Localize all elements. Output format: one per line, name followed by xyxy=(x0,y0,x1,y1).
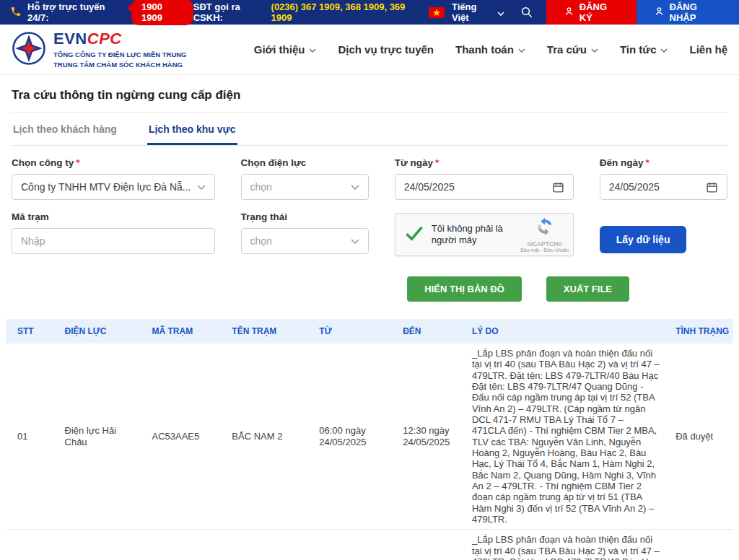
chevron-down-icon xyxy=(660,48,668,53)
table-row: 02 Điện lực Hải Châu AC53AAE1 NGUYỄN HOÀ… xyxy=(6,530,733,560)
evn-star-icon xyxy=(12,31,46,69)
tab-lich-theo-khu-vuc[interactable]: Lịch theo khu vực xyxy=(147,113,237,145)
chevron-down-icon xyxy=(351,185,359,190)
search-form: Chọn công ty* Công ty TNHH MTV Điện lực … xyxy=(12,157,727,256)
calendar-icon xyxy=(552,181,564,193)
recaptcha-brand: reCAPTCHA Bảo mật - Điều khoản xyxy=(522,217,567,253)
login-button[interactable]: ĐĂNG NHẬP xyxy=(637,0,739,25)
nav-lien-he[interactable]: Liên hệ xyxy=(689,43,727,56)
cskh-phone-numbers: SĐT gọi ra CSKH: (0236) 367 1909, 368 19… xyxy=(193,1,419,23)
cell-stt: 02 xyxy=(6,530,53,560)
user-icon xyxy=(564,6,574,19)
status-select[interactable]: chọn xyxy=(241,228,369,254)
site-header: EVNCPC TỔNG CÔNG TY ĐIỆN LỰC MIỀN TRUNG … xyxy=(0,25,739,75)
power-unit-label: Chọn điện lực xyxy=(241,157,369,168)
station-code-input[interactable] xyxy=(12,228,215,254)
tab-lich-theo-khach-hang[interactable]: Lịch theo khách hàng xyxy=(12,113,118,145)
company-select[interactable]: Công ty TNHH MTV Điện lực Đà Nẵ... xyxy=(12,174,215,200)
nav-gioi-thieu[interactable]: Giới thiệu xyxy=(254,43,317,56)
power-unit-select[interactable]: chọn xyxy=(241,174,369,200)
page-title: Tra cứu thông tin ngừng cung cấp điện xyxy=(12,75,727,113)
col-dien-luc: ĐIỆN LỰC xyxy=(53,319,141,344)
cell-tinh-trang: Đã duyệt xyxy=(664,530,733,560)
chevron-down-icon xyxy=(497,7,504,18)
company-label: Chọn công ty* xyxy=(12,157,215,168)
cell-tu: 06:00 ngày 24/05/2025 xyxy=(307,344,391,530)
cell-dien-luc: Điện lực Hải Châu xyxy=(53,530,141,560)
evncpc-logo[interactable]: EVNCPC TỔNG CÔNG TY ĐIỆN LỰC MIỀN TRUNG … xyxy=(12,30,187,70)
register-button[interactable]: ĐĂNG KÝ xyxy=(546,0,637,25)
cell-dien-luc: Điện lực Hải Châu xyxy=(53,344,141,530)
chevron-down-icon xyxy=(197,185,206,190)
language-selector[interactable]: Tiếng Việt xyxy=(452,1,504,23)
calendar-icon xyxy=(706,181,718,193)
search-icon[interactable] xyxy=(515,6,539,19)
chevron-down-icon xyxy=(518,48,525,53)
col-ten-tram: TÊN TRẠM xyxy=(220,319,307,344)
col-tu: TỪ xyxy=(307,319,391,344)
col-tinh-trang: TÌNH TRẠNG xyxy=(664,319,733,344)
cell-ly-do: _Lắp LBS phân đoạn và hoàn thiện đấu nối… xyxy=(460,344,664,530)
table-row: 01 Điện lực Hải Châu AC53AAE5 BẮC NAM 2 … xyxy=(6,344,733,530)
cell-stt: 01 xyxy=(6,344,53,530)
col-ma-tram: MÃ TRẠM xyxy=(140,319,220,344)
phone-icon xyxy=(10,6,22,19)
station-code-label: Mã trạm xyxy=(12,211,215,222)
chevron-down-icon xyxy=(591,48,598,53)
show-map-button[interactable]: HIỂN THỊ BẢN ĐỒ xyxy=(407,276,522,302)
recaptcha-widget[interactable]: Tôi không phải là người máy reCAPTCHA Bả… xyxy=(395,213,574,256)
cell-den: 12:30 ngày xyxy=(391,530,460,560)
top-utility-bar: Hỗ trợ trực tuyến 24/7: 1900 1909 SĐT gọ… xyxy=(0,0,739,25)
col-stt: STT xyxy=(6,319,53,344)
nav-tra-cuu[interactable]: Tra cứu xyxy=(547,43,598,56)
from-date-label: Từ ngày* xyxy=(395,157,574,168)
user-icon xyxy=(654,6,665,19)
vietnam-flag-icon xyxy=(429,7,445,18)
schedule-tabs: Lịch theo khách hàng Lịch theo khu vực xyxy=(12,113,727,146)
cell-ma-tram: AC53AAE1 xyxy=(140,530,220,560)
fetch-data-button[interactable]: Lấy dữ liệu xyxy=(600,226,687,253)
table-actions: HIỂN THỊ BẢN ĐỒ XUẤT FILE xyxy=(12,276,727,302)
recaptcha-logo-icon xyxy=(535,217,554,239)
to-date-label: Đến ngày* xyxy=(600,157,727,168)
cell-ma-tram: AC53AAE5 xyxy=(140,344,220,530)
outage-table: STT ĐIỆN LỰC MÃ TRẠM TÊN TRẠM TỪ ĐẾN LÝ … xyxy=(6,319,733,560)
org-line-1: TỔNG CÔNG TY ĐIỆN LỰC MIỀN TRUNG xyxy=(53,50,187,60)
nav-thanh-toan[interactable]: Thanh toán xyxy=(455,43,525,56)
org-line-2: TRUNG TÂM CHĂM SÓC KHÁCH HÀNG xyxy=(53,60,187,70)
cell-tinh-trang: Đã duyệt xyxy=(664,344,733,530)
support-label: Hỗ trợ trực tuyến 24/7: xyxy=(27,1,123,23)
chevron-down-icon xyxy=(351,239,359,244)
from-date-input[interactable]: 24/05/2025 xyxy=(395,174,574,200)
hotline-badge[interactable]: 1900 1909 xyxy=(131,0,193,25)
export-file-button[interactable]: XUẤT FILE xyxy=(546,276,629,302)
col-ly-do: LÝ DO xyxy=(460,319,664,344)
nav-tin-tuc[interactable]: Tin tức xyxy=(620,43,668,56)
cell-ten-tram: NGUYỄN HOÀNG xyxy=(220,530,307,560)
to-date-input[interactable]: 24/05/2025 xyxy=(600,174,727,200)
brand-name: EVNCPC xyxy=(53,30,187,48)
chevron-down-icon xyxy=(309,48,316,53)
cell-den: 12:30 ngày 24/05/2025 xyxy=(391,344,460,530)
cell-ten-tram: BẮC NAM 2 xyxy=(220,344,307,530)
main-nav: Giới thiệu Dịch vụ trực tuyến Thanh toán… xyxy=(254,43,727,56)
cell-tu: 06:00 ngày xyxy=(307,530,391,560)
table-header-row: STT ĐIỆN LỰC MÃ TRẠM TÊN TRẠM TỪ ĐẾN LÝ … xyxy=(6,319,733,344)
status-label: Trạng thái xyxy=(241,211,369,222)
recaptcha-label: Tôi không phải là người máy xyxy=(432,223,515,247)
outage-table-body: 01 Điện lực Hải Châu AC53AAE5 BẮC NAM 2 … xyxy=(6,344,733,560)
nav-dich-vu-truc-tuyen[interactable]: Dịch vụ trực tuyến xyxy=(338,43,434,56)
checkmark-icon xyxy=(404,223,424,246)
col-den: ĐẾN xyxy=(391,319,460,344)
cell-ly-do: _Lắp LBS phân đoạn và hoàn thiện đấu nối… xyxy=(460,530,664,560)
